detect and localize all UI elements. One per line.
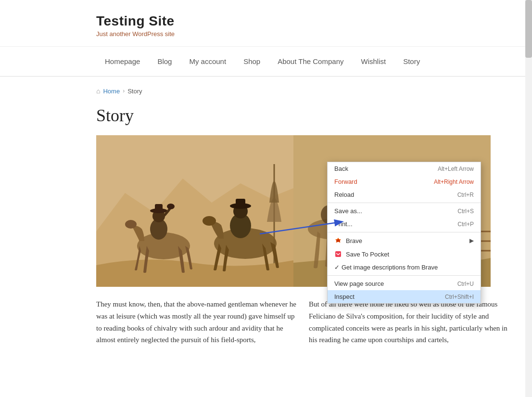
- ctx-back-label: Back: [334, 165, 438, 172]
- scrollbar-thumb[interactable]: [525, 0, 532, 58]
- svg-rect-29: [335, 251, 341, 257]
- site-tagline: Just another WordPress site: [96, 30, 532, 38]
- ctx-brave-arrow: ▶: [469, 237, 474, 244]
- site-title: Testing Site: [96, 13, 532, 29]
- breadcrumb: ⌂ Home › Story: [96, 87, 529, 95]
- svg-point-3: [125, 220, 137, 229]
- nav-story[interactable]: Story: [394, 47, 429, 76]
- text-left: They must know, then, that the above-nam…: [96, 298, 297, 346]
- ctx-view-source-shortcut: Ctrl+U: [457, 281, 474, 287]
- nav-homepage[interactable]: Homepage: [96, 47, 149, 76]
- nav-wishlist[interactable]: Wishlist: [352, 47, 394, 76]
- ctx-view-source-label: View page source: [334, 280, 457, 287]
- main-nav: Homepage Blog My account Shop About The …: [0, 47, 532, 77]
- ctx-inspect[interactable]: Inspect Ctrl+Shift+I: [328, 290, 481, 303]
- ctx-reload[interactable]: Reload Ctrl+R: [328, 188, 481, 201]
- text-right: But of all there were none he liked so w…: [309, 298, 510, 346]
- main-content: ⌂ Home › Story Story: [0, 77, 529, 346]
- ctx-print-label: Print...: [334, 220, 457, 228]
- ctx-inspect-label: Inspect: [334, 293, 445, 300]
- ctx-brave-label: Brave: [346, 237, 469, 244]
- breadcrumb-separator: ›: [123, 88, 125, 94]
- ctx-pocket[interactable]: Save To Pocket: [328, 247, 481, 261]
- context-menu: Back Alt+Left Arrow Forward Alt+Right Ar…: [327, 162, 481, 304]
- breadcrumb-home-link[interactable]: Home: [103, 88, 120, 95]
- ctx-print[interactable]: Print... Ctrl+P: [328, 218, 481, 231]
- ctx-inspect-shortcut: Ctrl+Shift+I: [445, 294, 474, 300]
- ctx-save-as[interactable]: Save as... Ctrl+S: [328, 205, 481, 218]
- site-header: Testing Site Just another WordPress site: [0, 0, 532, 47]
- nav-blog[interactable]: Blog: [149, 47, 180, 76]
- ctx-divider-2: [328, 232, 481, 232]
- ctx-reload-label: Reload: [334, 191, 457, 198]
- pocket-icon: [334, 250, 342, 258]
- ctx-brave[interactable]: Brave ▶: [328, 234, 481, 247]
- brave-icon: [334, 237, 342, 244]
- nav-about[interactable]: About The Company: [269, 47, 352, 76]
- ctx-save-as-label: Save as...: [334, 207, 457, 215]
- ctx-divider-3: [328, 275, 481, 276]
- ctx-view-source[interactable]: View page source Ctrl+U: [328, 277, 481, 290]
- ctx-forward-label: Forward: [334, 178, 434, 185]
- home-icon: ⌂: [96, 87, 100, 95]
- ctx-forward-shortcut: Alt+Right Arrow: [434, 179, 474, 185]
- nav-my-account[interactable]: My account: [180, 47, 235, 76]
- ctx-forward[interactable]: Forward Alt+Right Arrow: [328, 175, 481, 188]
- ctx-print-shortcut: Ctrl+P: [457, 221, 474, 228]
- ctx-image-desc-label: Get image descriptions from Brave: [342, 264, 474, 271]
- ctx-back[interactable]: Back Alt+Left Arrow: [328, 162, 481, 175]
- svg-rect-14: [236, 199, 245, 206]
- nav-shop[interactable]: Shop: [235, 47, 269, 76]
- svg-point-8: [167, 204, 175, 209]
- ctx-pocket-label: Save To Pocket: [346, 251, 474, 258]
- breadcrumb-current: Story: [127, 88, 142, 95]
- ctx-back-shortcut: Alt+Left Arrow: [438, 166, 474, 172]
- ctx-image-desc[interactable]: ✓ Get image descriptions from Brave: [328, 261, 481, 274]
- svg-rect-7: [155, 204, 163, 211]
- ctx-divider-1: [328, 203, 481, 203]
- checkmark-icon: ✓: [334, 264, 340, 271]
- story-image-left: [96, 135, 293, 287]
- text-row: They must know, then, that the above-nam…: [96, 298, 529, 346]
- svg-point-10: [203, 216, 216, 226]
- ctx-save-as-shortcut: Ctrl+S: [457, 208, 474, 215]
- images-row: Back Alt+Left Arrow Forward Alt+Right Ar…: [96, 135, 529, 287]
- scrollbar[interactable]: [525, 0, 532, 346]
- page-title: Story: [96, 105, 529, 126]
- ctx-reload-shortcut: Ctrl+R: [457, 192, 474, 198]
